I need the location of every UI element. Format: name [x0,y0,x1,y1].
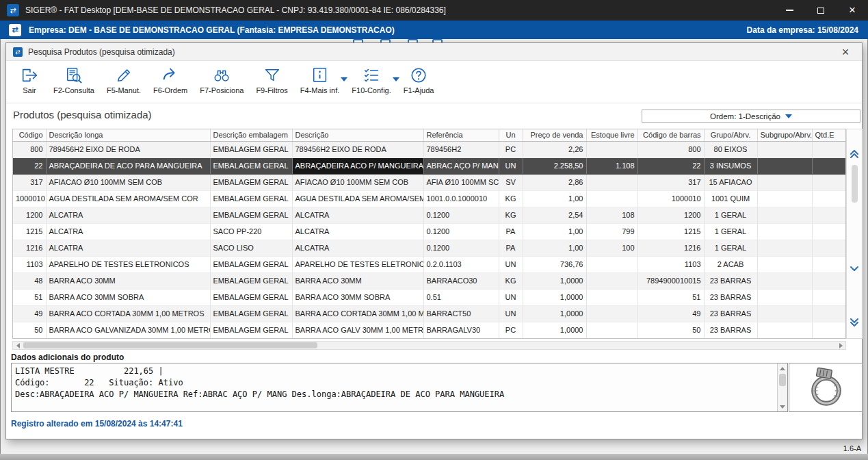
minimize-icon [786,10,793,11]
table-cell: ALCATRA [46,240,210,256]
table-cell: 799 [586,223,637,240]
details-scroll-down-button[interactable] [778,402,787,411]
toolbar-button-f2-consulta[interactable]: F2-Consulta [47,61,101,94]
table-cell [757,240,812,256]
column-header-1[interactable]: Descrição longa [46,129,210,141]
table-cell: UN [499,256,523,272]
table-row-7[interactable]: 1103APARELHO DE TESTES ELETRONICOSEMBALA… [13,256,845,272]
close-button[interactable] [837,0,868,21]
column-header-8[interactable]: Código de barras [637,129,704,141]
table-cell [812,207,845,223]
last-record-button[interactable] [849,317,860,328]
products-table-container: CódigoDescrição longaDescrição embalagem… [12,129,846,339]
table-row-4[interactable]: 1200ALCATRAEMBALAGEM GERALALCATRA0.1200K… [13,207,845,223]
toolbar-button-f1-ajuda[interactable]: F1-Ajuda [397,61,440,94]
column-header-3[interactable]: Descrição [292,129,423,141]
table-cell: 1,00 [523,190,586,207]
toolbar-button-label: F9-Filtros [256,86,287,94]
table-cell: 1,0000 [523,289,586,305]
column-header-2[interactable]: Descrição embalagem [210,129,292,141]
toolbar-button-sair[interactable]: Sair [12,61,47,94]
table-cell: BARRA ACO GALV 30MM 1,00 METRO [292,322,423,338]
table-row-11[interactable]: 50BARRA ACO GALVANIZADA 30MM 1,00 METROE… [13,322,845,338]
toolbar-button-f4-mais-inf[interactable]: F4-Mais inf. [294,61,345,94]
toolbar-button-label: F4-Mais inf. [300,86,339,94]
table-cell: ALCATRA [46,207,210,223]
table-cell [757,272,812,289]
next-record-button[interactable] [849,264,860,274]
scroll-right-button[interactable] [836,342,845,349]
column-header-5[interactable]: Un [499,129,523,141]
table-cell: KG [499,207,523,223]
horizontal-scroll-thumb[interactable] [23,342,317,348]
table-cell: 1215 [637,223,704,240]
dialog-close-button[interactable] [836,43,855,61]
table-row-6[interactable]: 1216ALCATRASACO LISOALCATRA0.1200PA1,001… [13,240,845,256]
table-cell: 49 [13,305,46,322]
checklist-icon [363,66,380,84]
table-cell: 2.258,50 [523,157,586,174]
toolbar-button-label: F5-Manut. [107,86,141,94]
table-cell: 1103 [637,256,704,272]
table-cell [757,157,812,174]
toolbar-button-f10-config[interactable]: F10-Config. [345,61,397,94]
triangle-down-icon [780,405,785,409]
toolbar-button-f7-posiciona[interactable]: F7-Posiciona [194,61,250,94]
table-cell [757,141,812,157]
table-row-10[interactable]: 49BARRA ACO CORTADA 30MM 1,00 METROSEMBA… [13,305,845,322]
column-header-0[interactable]: Código [13,129,46,141]
funnel-icon [263,66,281,84]
column-header-11[interactable]: Qtd.E [812,129,845,141]
section-title: Produtos (pesquisa otimizada) [13,109,152,120]
table-cell: UN [499,305,523,322]
table-cell: PC [499,141,523,157]
column-header-6[interactable]: Preço de venda [523,129,586,141]
column-header-7[interactable]: Estoque livre [586,129,637,141]
details-scroll-up-button[interactable] [778,363,787,373]
details-scroll-thumb[interactable] [779,374,786,386]
vertical-scroll-thumb[interactable] [852,165,858,203]
table-row-3[interactable]: 1000010AGUA DESTILADA SEM AROMA/SEM CORE… [13,190,845,207]
table-row-9[interactable]: 51BARRA ACO 30MM SOBRAEMBALAGEM GERALBAR… [13,289,845,305]
toolbar-button-f9-filtros[interactable]: F9-Filtros [250,61,293,94]
toolbar-button-f5-manut[interactable]: F5-Manut. [101,61,147,94]
table-cell [757,190,812,207]
table-row-0[interactable]: 800789456H2 EIXO DE RODAEMBALAGEM GERAL7… [13,141,845,157]
first-record-button[interactable] [849,149,860,159]
table-row-8[interactable]: 48BARRA ACO 30MMEMBALAGEM GERALBARRA ACO… [13,272,845,289]
table-row-5[interactable]: 1215ALCATRASACO PP-220ALCATRA0.1200PA1,0… [13,223,845,240]
order-dropdown[interactable]: Ordem: 1-Descrição [642,110,860,123]
details-scrollbar[interactable] [777,363,787,411]
table-cell: KG [499,190,523,207]
table-row-2[interactable]: 317AFIACAO Ø10 100MM SEM COBEMBALAGEM GE… [13,174,845,190]
table-cell: EMBALAGEM GERAL [210,157,292,174]
table-row-1[interactable]: 22ABRAÇADEIRA DE ACO PARA MANGUEIRAEMBAL… [13,157,845,174]
minimize-button[interactable] [774,0,805,21]
table-cell [812,256,845,272]
maximize-button[interactable] [805,0,837,21]
table-cell: PC [499,322,523,338]
horizontal-scrollbar[interactable] [12,341,846,350]
toolbar-button-label: F2-Consulta [53,86,94,94]
table-cell: 1216 [13,240,46,256]
table-cell [812,305,845,322]
pesquisa-produtos-dialog: Pesquisa Produtos (pesquisa otimizada) S… [5,42,863,439]
column-header-9[interactable]: Grupo/Abrv. [704,129,757,141]
table-cell: EMBALAGEM GERAL [210,174,292,190]
window-titlebar: SIGER® - FAT Desktop [DEM-BASE DE DEMONS… [0,0,868,21]
table-cell: SV [499,174,523,190]
toolbar-button-f6-ordem[interactable]: F6-Ordem [147,61,194,94]
table-cell [812,240,845,256]
column-header-4[interactable]: Referência [423,129,499,141]
company-logo-icon [9,24,21,36]
column-header-10[interactable]: Subgrupo/Abrv. [757,129,812,141]
table-cell [812,322,845,338]
table-cell: 50 [13,322,46,338]
scroll-left-button[interactable] [13,342,23,349]
table-cell [586,305,637,322]
table-cell: 2,54 [523,207,586,223]
table-cell [586,174,637,190]
table-cell: 1.108 [586,157,637,174]
table-cell: 1200 [13,207,46,223]
table-cell: ALCATRA [292,207,423,223]
